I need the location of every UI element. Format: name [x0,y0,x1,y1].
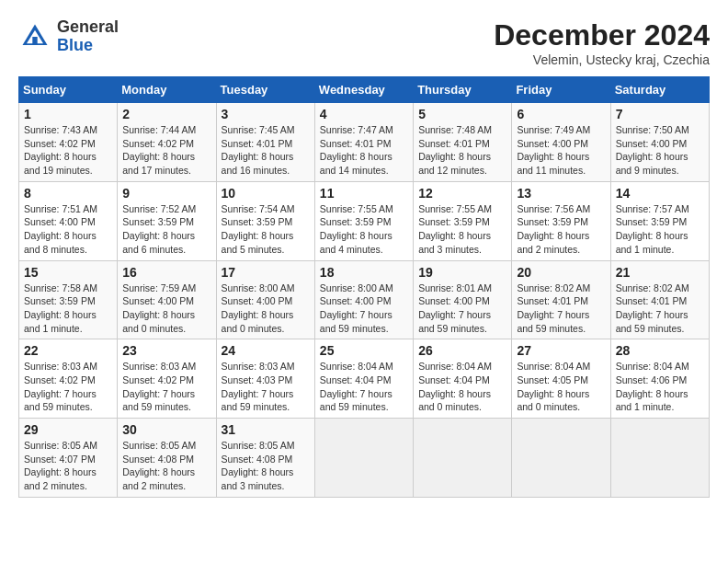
day-number: 12 [418,186,506,201]
calendar-cell: 21 Sunrise: 8:02 AM Sunset: 4:01 PM Dayl… [610,260,709,339]
day-number: 13 [517,186,605,201]
calendar-cell: 7 Sunrise: 7:50 AM Sunset: 4:00 PM Dayli… [610,103,709,182]
logo: General Blue [18,18,119,55]
day-number: 10 [222,186,310,201]
calendar-cell [610,419,709,498]
calendar-cell: 5 Sunrise: 7:48 AM Sunset: 4:01 PM Dayli… [414,103,512,182]
day-detail: Sunrise: 7:55 AM Sunset: 3:59 PM Dayligh… [320,202,408,257]
calendar-cell [314,419,413,498]
calendar-week-5: 29 Sunrise: 8:05 AM Sunset: 4:07 PM Dayl… [19,419,710,498]
logo-general: General [57,17,119,36]
day-detail: Sunrise: 7:57 AM Sunset: 3:59 PM Dayligh… [616,202,704,257]
day-detail: Sunrise: 7:55 AM Sunset: 3:59 PM Dayligh… [418,202,506,257]
calendar-cell: 18 Sunrise: 8:00 AM Sunset: 4:00 PM Dayl… [314,260,413,339]
weekday-header-row: SundayMondayTuesdayWednesdayThursdayFrid… [19,77,710,103]
calendar-cell: 17 Sunrise: 8:00 AM Sunset: 4:00 PM Dayl… [216,260,314,339]
day-detail: Sunrise: 8:04 AM Sunset: 4:04 PM Dayligh… [320,360,408,414]
calendar-cell: 16 Sunrise: 7:59 AM Sunset: 4:00 PM Dayl… [118,260,216,339]
day-detail: Sunrise: 7:43 AM Sunset: 4:02 PM Dayligh… [24,123,112,178]
calendar-cell: 25 Sunrise: 8:04 AM Sunset: 4:04 PM Dayl… [314,339,413,419]
day-number: 5 [418,107,506,121]
calendar-week-4: 22 Sunrise: 8:03 AM Sunset: 4:02 PM Dayl… [19,339,710,419]
day-detail: Sunrise: 7:58 AM Sunset: 3:59 PM Dayligh… [24,282,112,336]
day-detail: Sunrise: 8:05 AM Sunset: 4:08 PM Dayligh… [222,439,310,493]
calendar-cell: 28 Sunrise: 8:04 AM Sunset: 4:06 PM Dayl… [610,339,709,419]
day-number: 24 [222,343,310,358]
weekday-header-sunday: Sunday [19,77,118,103]
day-number: 17 [222,265,310,280]
calendar-cell: 10 Sunrise: 7:54 AM Sunset: 3:59 PM Dayl… [216,181,314,260]
day-number: 18 [320,265,408,280]
weekday-header-thursday: Thursday [414,77,512,103]
weekday-header-wednesday: Wednesday [314,77,413,103]
location: Velemin, Ustecky kraj, Czechia [494,52,710,67]
month-title: December 2024 [494,18,710,52]
day-number: 2 [122,107,210,121]
day-number: 19 [418,265,506,280]
calendar-week-1: 1 Sunrise: 7:43 AM Sunset: 4:02 PM Dayli… [19,103,710,182]
day-number: 11 [320,186,408,201]
day-detail: Sunrise: 8:02 AM Sunset: 4:01 PM Dayligh… [517,282,605,336]
day-detail: Sunrise: 7:48 AM Sunset: 4:01 PM Dayligh… [418,123,506,178]
day-detail: Sunrise: 8:04 AM Sunset: 4:04 PM Dayligh… [418,360,506,414]
day-detail: Sunrise: 8:04 AM Sunset: 4:06 PM Dayligh… [616,360,704,414]
day-detail: Sunrise: 8:05 AM Sunset: 4:07 PM Dayligh… [24,439,112,493]
calendar-cell: 27 Sunrise: 8:04 AM Sunset: 4:05 PM Dayl… [512,339,610,419]
day-number: 26 [418,343,506,358]
calendar-table: SundayMondayTuesdayWednesdayThursdayFrid… [18,76,710,498]
logo-blue: Blue [57,36,93,54]
calendar-cell [512,419,610,498]
day-detail: Sunrise: 7:44 AM Sunset: 4:02 PM Dayligh… [122,123,210,178]
day-number: 7 [616,107,704,121]
day-number: 6 [517,107,605,121]
day-detail: Sunrise: 8:03 AM Sunset: 4:03 PM Dayligh… [222,360,310,414]
day-number: 21 [616,265,704,280]
day-detail: Sunrise: 7:56 AM Sunset: 3:59 PM Dayligh… [517,202,605,257]
day-number: 27 [517,343,605,358]
calendar-cell: 22 Sunrise: 8:03 AM Sunset: 4:02 PM Dayl… [19,339,118,419]
calendar-cell: 23 Sunrise: 8:03 AM Sunset: 4:02 PM Dayl… [118,339,216,419]
day-number: 30 [122,422,210,437]
logo-icon [18,20,51,53]
day-detail: Sunrise: 7:45 AM Sunset: 4:01 PM Dayligh… [222,123,310,178]
day-detail: Sunrise: 7:51 AM Sunset: 4:00 PM Dayligh… [24,202,112,257]
calendar-week-2: 8 Sunrise: 7:51 AM Sunset: 4:00 PM Dayli… [19,181,710,260]
day-number: 15 [24,265,112,280]
day-detail: Sunrise: 7:52 AM Sunset: 3:59 PM Dayligh… [122,202,210,257]
day-detail: Sunrise: 7:47 AM Sunset: 4:01 PM Dayligh… [320,123,408,178]
calendar-cell [414,419,512,498]
day-number: 8 [24,186,112,201]
weekday-header-saturday: Saturday [610,77,709,103]
day-detail: Sunrise: 8:02 AM Sunset: 4:01 PM Dayligh… [616,282,704,336]
day-number: 4 [320,107,408,121]
calendar-cell: 4 Sunrise: 7:47 AM Sunset: 4:01 PM Dayli… [314,103,413,182]
day-number: 3 [222,107,310,121]
day-detail: Sunrise: 8:01 AM Sunset: 4:00 PM Dayligh… [418,282,506,336]
day-number: 1 [24,107,112,121]
day-detail: Sunrise: 7:59 AM Sunset: 4:00 PM Dayligh… [122,282,210,336]
calendar-cell: 2 Sunrise: 7:44 AM Sunset: 4:02 PM Dayli… [118,103,216,182]
calendar-cell: 12 Sunrise: 7:55 AM Sunset: 3:59 PM Dayl… [414,181,512,260]
day-detail: Sunrise: 8:03 AM Sunset: 4:02 PM Dayligh… [24,360,112,414]
title-area: December 2024 Velemin, Ustecky kraj, Cze… [494,18,710,67]
day-number: 23 [122,343,210,358]
day-number: 22 [24,343,112,358]
calendar-cell: 26 Sunrise: 8:04 AM Sunset: 4:04 PM Dayl… [414,339,512,419]
calendar-cell: 15 Sunrise: 7:58 AM Sunset: 3:59 PM Dayl… [19,260,118,339]
logo-text: General Blue [57,18,119,55]
day-detail: Sunrise: 8:00 AM Sunset: 4:00 PM Dayligh… [222,282,310,336]
weekday-header-monday: Monday [118,77,216,103]
day-number: 14 [616,186,704,201]
page-header: General Blue December 2024 Velemin, Uste… [18,18,710,67]
calendar-cell: 11 Sunrise: 7:55 AM Sunset: 3:59 PM Dayl… [314,181,413,260]
calendar-cell: 6 Sunrise: 7:49 AM Sunset: 4:00 PM Dayli… [512,103,610,182]
day-number: 28 [616,343,704,358]
calendar-cell: 3 Sunrise: 7:45 AM Sunset: 4:01 PM Dayli… [216,103,314,182]
calendar-cell: 29 Sunrise: 8:05 AM Sunset: 4:07 PM Dayl… [19,419,118,498]
calendar-cell: 30 Sunrise: 8:05 AM Sunset: 4:08 PM Dayl… [118,419,216,498]
day-detail: Sunrise: 8:03 AM Sunset: 4:02 PM Dayligh… [122,360,210,414]
calendar-cell: 9 Sunrise: 7:52 AM Sunset: 3:59 PM Dayli… [118,181,216,260]
day-number: 31 [222,422,310,437]
calendar-week-3: 15 Sunrise: 7:58 AM Sunset: 3:59 PM Dayl… [19,260,710,339]
day-number: 29 [24,422,112,437]
